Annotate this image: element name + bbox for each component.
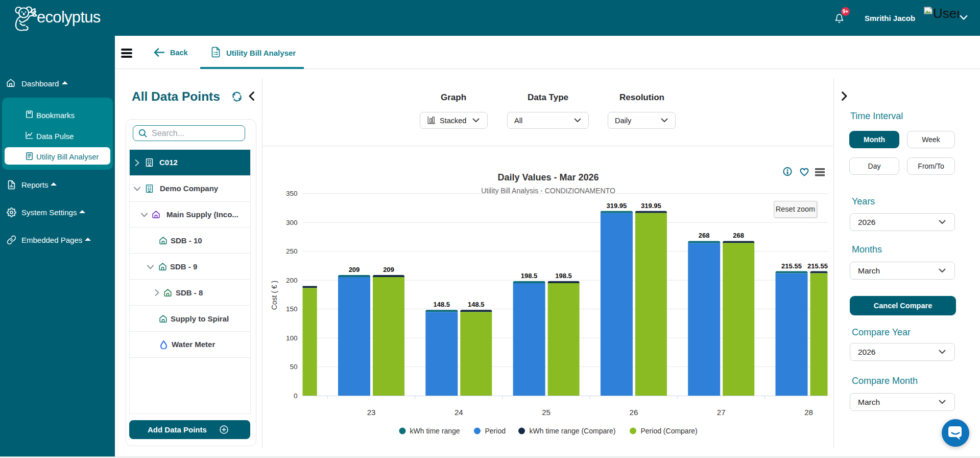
svg-text:319.95: 319.95 xyxy=(641,201,661,209)
svg-text:Period: Period xyxy=(485,427,505,435)
svg-text:0: 0 xyxy=(293,392,297,399)
svg-text:209: 209 xyxy=(348,266,360,273)
svg-text:kWh time range: kWh time range xyxy=(410,427,460,435)
svg-text:148.5: 148.5 xyxy=(468,301,485,308)
svg-text:23: 23 xyxy=(367,407,375,416)
svg-text:215.55: 215.55 xyxy=(807,262,828,269)
svg-text:300: 300 xyxy=(285,218,297,226)
svg-text:319.95: 319.95 xyxy=(606,201,627,209)
svg-text:250: 250 xyxy=(285,247,297,255)
svg-text:100: 100 xyxy=(285,334,297,341)
svg-text:150: 150 xyxy=(285,305,297,313)
svg-text:350: 350 xyxy=(285,190,297,197)
svg-text:200: 200 xyxy=(285,276,297,284)
svg-text:198.5: 198.5 xyxy=(555,271,572,279)
svg-text:209: 209 xyxy=(383,266,394,273)
svg-text:50: 50 xyxy=(290,363,297,371)
svg-text:Cost ( € ): Cost ( € ) xyxy=(270,280,278,310)
svg-text:268: 268 xyxy=(733,232,744,239)
svg-text:215.55: 215.55 xyxy=(781,262,802,269)
svg-text:24: 24 xyxy=(454,407,463,416)
svg-text:25: 25 xyxy=(542,407,551,416)
svg-text:148.5: 148.5 xyxy=(433,301,450,308)
svg-text:kWh time range (Compare): kWh time range (Compare) xyxy=(529,427,615,435)
svg-text:198.5: 198.5 xyxy=(520,271,537,279)
svg-text:268: 268 xyxy=(698,232,709,239)
svg-text:26: 26 xyxy=(629,407,638,416)
svg-text:Period (Compare): Period (Compare) xyxy=(640,427,697,435)
svg-text:28: 28 xyxy=(804,407,813,416)
svg-text:Daily Values - Mar 2026: Daily Values - Mar 2026 xyxy=(497,172,599,182)
svg-text:27: 27 xyxy=(716,407,725,416)
